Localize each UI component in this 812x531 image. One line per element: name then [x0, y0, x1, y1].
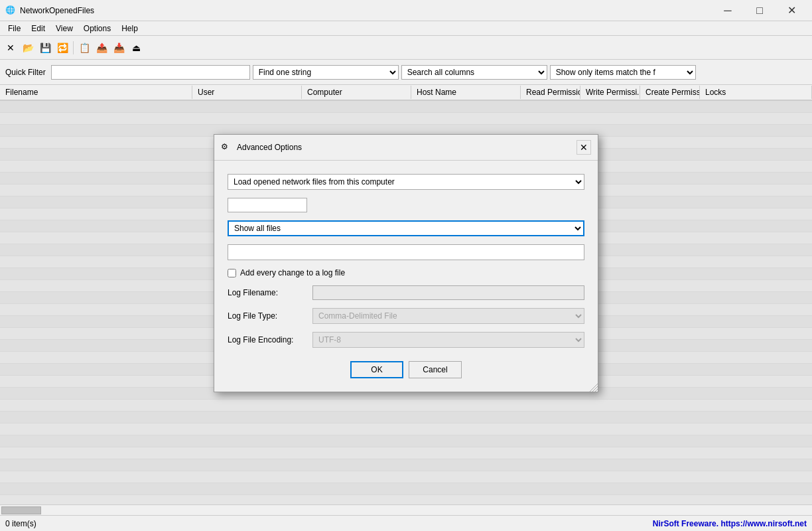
log-encoding-row: Log File Encoding: UTF-8 UTF-16 ANSI [228, 332, 584, 348]
svg-line-1 [592, 386, 598, 392]
col-header-read[interactable]: Read Permission [521, 86, 580, 99]
toolbar-close-btn[interactable]: ✕ [3, 40, 19, 56]
menu-bar: File Edit View Options Help [0, 21, 812, 36]
find-string-select[interactable]: Find one string Find all strings Find an… [253, 65, 399, 80]
toolbar-import-btn[interactable]: 📥 [111, 40, 127, 56]
load-source-select[interactable]: Load opened network files from this comp… [228, 174, 584, 190]
toolbar-open-btn[interactable]: 📂 [20, 40, 36, 56]
toolbar-copy-btn[interactable]: 📋 [76, 40, 92, 56]
column-headers: Filename User Computer Host Name Read Pe… [0, 85, 812, 101]
search-columns-select[interactable]: Search all columns Search selected colum… [401, 65, 547, 80]
main-content-area: ⚙ Advanced Options ✕ Load opened network… [0, 101, 812, 504]
toolbar-eject-btn[interactable]: ⏏ [128, 40, 144, 56]
items-count: 0 item(s) [5, 519, 36, 528]
filter-input[interactable] [51, 65, 250, 80]
toolbar-refresh-btn[interactable]: 🔁 [54, 40, 70, 56]
log-encoding-select[interactable]: UTF-8 UTF-16 ANSI [312, 332, 584, 348]
dialog-titlebar: ⚙ Advanced Options ✕ [214, 135, 598, 161]
log-checkbox[interactable] [228, 269, 236, 277]
minimize-button[interactable]: ─ [712, 0, 743, 21]
log-filename-label: Log Filename: [228, 288, 307, 297]
scrollbar-thumb[interactable] [1, 506, 41, 514]
maximize-button[interactable]: □ [744, 0, 775, 21]
toolbar-save-btn[interactable]: 💾 [37, 40, 53, 56]
filter-bar: Quick Filter Find one string Find all st… [0, 60, 812, 85]
col-header-user[interactable]: User [192, 86, 302, 99]
log-filetype-select[interactable]: Comma-Delimited File Tab-Delimited File … [312, 308, 584, 324]
col-header-create[interactable]: Create Permiss... [640, 86, 700, 99]
menu-file[interactable]: File [3, 23, 26, 35]
close-button[interactable]: ✕ [776, 0, 807, 21]
toolbar: ✕ 📂 💾 🔁 📋 📤 📥 ⏏ [0, 36, 812, 60]
dialog-icon: ⚙ [221, 142, 232, 153]
filter-label: Quick Filter [5, 68, 46, 77]
filter-files-input[interactable] [228, 244, 584, 260]
col-header-locks[interactable]: Locks [700, 86, 812, 99]
col-header-hostname[interactable]: Host Name [411, 86, 521, 99]
status-bar: 0 item(s) NirSoft Freeware. https://www.… [0, 515, 812, 531]
nirsoft-link[interactable]: NirSoft Freeware. https://www.nirsoft.ne… [653, 519, 807, 528]
log-encoding-label: Log File Encoding: [228, 335, 307, 344]
app-icon: 🌐 [5, 5, 16, 16]
log-filetype-label: Log File Type: [228, 311, 307, 321]
advanced-options-dialog: ⚙ Advanced Options ✕ Load opened network… [214, 134, 598, 392]
toolbar-export-btn[interactable]: 📤 [94, 40, 109, 56]
log-filename-input[interactable] [312, 285, 584, 300]
menu-options[interactable]: Options [78, 23, 116, 35]
toolbar-separator [73, 41, 74, 54]
log-checkbox-row: Add every change to a log file [228, 268, 584, 277]
log-checkbox-label: Add every change to a log file [240, 268, 345, 277]
menu-help[interactable]: Help [116, 23, 143, 35]
log-filename-row: Log Filename: [228, 285, 584, 300]
cancel-button[interactable]: Cancel [409, 361, 462, 378]
show-files-select[interactable]: Show all files Show only files with writ… [228, 220, 584, 236]
dialog-buttons: OK Cancel [228, 356, 584, 381]
computer-name-input[interactable] [228, 198, 307, 212]
col-header-computer[interactable]: Computer [302, 86, 411, 99]
dialog-resize-grip[interactable] [590, 384, 598, 392]
window-title: NetworkOpenedFiles [20, 6, 712, 15]
dialog-title: Advanced Options [237, 143, 576, 152]
svg-line-2 [595, 389, 598, 392]
ok-button[interactable]: OK [350, 361, 403, 378]
window-controls: ─ □ ✕ [712, 0, 807, 21]
menu-view[interactable]: View [50, 23, 78, 35]
log-filetype-row: Log File Type: Comma-Delimited File Tab-… [228, 308, 584, 324]
show-items-select[interactable]: Show only items match the f Show all ite… [550, 65, 696, 80]
col-header-filename[interactable]: Filename [0, 86, 192, 99]
dialog-body: Load opened network files from this comp… [214, 161, 598, 392]
horizontal-scrollbar[interactable] [0, 504, 812, 515]
menu-edit[interactable]: Edit [26, 23, 50, 35]
dialog-close-button[interactable]: ✕ [576, 140, 591, 155]
col-header-write[interactable]: Write Permissi... [580, 86, 640, 99]
title-bar: 🌐 NetworkOpenedFiles ─ □ ✕ [0, 0, 812, 21]
